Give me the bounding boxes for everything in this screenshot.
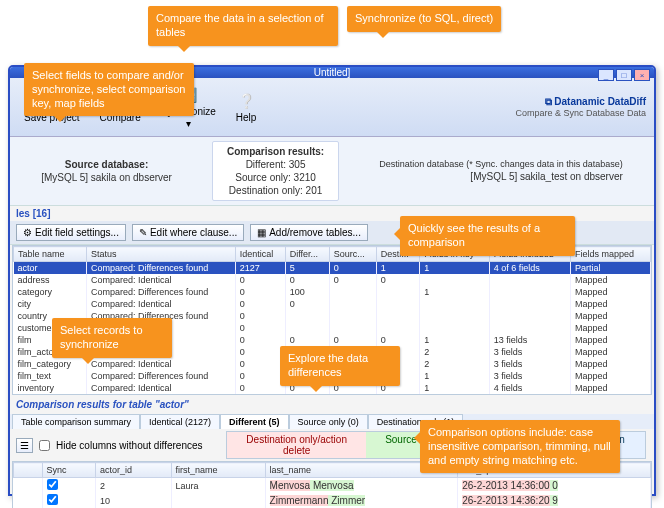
results-dest-only: Destination only: 201 bbox=[227, 184, 324, 197]
gear-icon: ⚙ bbox=[23, 227, 32, 238]
maximize-button[interactable]: □ bbox=[616, 69, 632, 81]
add-remove-tables-button[interactable]: ▦Add/remove tables... bbox=[250, 224, 368, 241]
help-label: Help bbox=[236, 112, 257, 123]
help-button[interactable]: ❔ Help bbox=[230, 89, 263, 125]
chevron-down-icon: ▾ bbox=[186, 118, 191, 129]
column-header[interactable]: Status bbox=[86, 247, 235, 262]
edit-field-settings-button[interactable]: ⚙Edit field settings... bbox=[16, 224, 126, 241]
results-different: Different: 305 bbox=[227, 158, 324, 171]
table-row[interactable]: categoryCompared: Differences found01001… bbox=[14, 286, 651, 298]
dest-db-label: Destination database (* Sync. changes da… bbox=[379, 159, 623, 171]
source-db-info: Source database: [MySQL 5] sakila on dbs… bbox=[41, 158, 172, 184]
edit-where-clause-button[interactable]: ✎Edit where clause... bbox=[132, 224, 244, 241]
hide-columns-checkbox[interactable] bbox=[39, 440, 50, 451]
column-header[interactable]: Fields mapped bbox=[570, 247, 650, 262]
results-subtitle: Comparison results for table "actor" bbox=[10, 395, 654, 414]
results-label: Comparison results: bbox=[227, 145, 324, 158]
column-header[interactable]: Table name bbox=[14, 247, 87, 262]
dest-db-value: [MySQL 5] sakila_test on dbserver bbox=[379, 170, 623, 183]
callout-select-fields: Select fields to compare and/or synchron… bbox=[24, 63, 194, 116]
callout-explore-diffs: Explore the data differences bbox=[280, 346, 400, 386]
table-icon: ▦ bbox=[257, 227, 266, 238]
column-header[interactable]: first_name bbox=[171, 463, 265, 478]
tab-summary[interactable]: Table comparison summary bbox=[12, 414, 140, 429]
table-row[interactable]: cityCompared: Identical00Mapped bbox=[14, 298, 651, 310]
dest-db-info: Destination database (* Sync. changes da… bbox=[379, 159, 623, 184]
table-row[interactable]: actorCompared: Differences found21275011… bbox=[14, 262, 651, 275]
tab-source-only[interactable]: Source only (0) bbox=[289, 414, 368, 429]
window-title: Untitled] bbox=[314, 67, 351, 78]
brand-icon: ⧉ bbox=[545, 96, 552, 107]
pencil-icon: ✎ bbox=[139, 227, 147, 238]
help-icon: ❔ bbox=[236, 91, 256, 111]
options-button[interactable]: ☰ bbox=[16, 438, 33, 453]
tab-different[interactable]: Different (5) bbox=[220, 414, 289, 429]
infobar: Source database: [MySQL 5] sakila on dbs… bbox=[10, 137, 654, 206]
brand-title: Datanamic DataDiff bbox=[554, 96, 646, 107]
source-db-label: Source database: bbox=[41, 158, 172, 171]
table-row[interactable]: addressCompared: Identical0000Mapped bbox=[14, 274, 651, 286]
sync-checkbox[interactable] bbox=[47, 494, 58, 505]
minimize-button[interactable]: _ bbox=[598, 69, 614, 81]
tab-identical[interactable]: Identical (2127) bbox=[140, 414, 220, 429]
column-header[interactable]: Sync bbox=[42, 463, 95, 478]
source-db-value: [MySQL 5] sakila on dbserver bbox=[41, 171, 172, 184]
column-header[interactable]: Identical bbox=[235, 247, 285, 262]
comparison-results-box: Comparison results: Different: 305 Sourc… bbox=[212, 141, 339, 201]
brand: ⧉ Datanamic DataDiff Compare & Sync Data… bbox=[515, 96, 646, 118]
brand-subtitle: Compare & Sync Database Data bbox=[515, 108, 646, 118]
callout-comparison-options: Comparison options include: case insensi… bbox=[420, 420, 620, 473]
callout-compare-tables: Compare the data in a selection of table… bbox=[148, 6, 338, 46]
column-header[interactable]: actor_id bbox=[95, 463, 171, 478]
callout-quick-results: Quickly see the results of a comparison bbox=[400, 216, 575, 256]
column-header[interactable]: Sourc... bbox=[329, 247, 376, 262]
results-source-only: Source only: 3210 bbox=[227, 171, 324, 184]
diff-row[interactable]: 2LauraMenvosa Menvosa26-2-2013 14:36:00 … bbox=[14, 478, 651, 494]
column-header[interactable]: Differ... bbox=[285, 247, 329, 262]
column-header[interactable] bbox=[14, 463, 43, 478]
hide-columns-label: Hide columns without differences bbox=[56, 440, 203, 451]
sync-checkbox[interactable] bbox=[47, 479, 58, 490]
callout-synchronize: Synchronize (to SQL, direct) bbox=[347, 6, 501, 32]
options-icon: ☰ bbox=[20, 440, 29, 451]
diff-row[interactable]: 10Zimmermann Zimmer26-2-2013 14:36:20 9 bbox=[14, 493, 651, 508]
close-button[interactable]: × bbox=[634, 69, 650, 81]
callout-select-records: Select records to synchronize bbox=[52, 318, 172, 358]
legend-delete: Destination only/action delete bbox=[227, 432, 366, 458]
